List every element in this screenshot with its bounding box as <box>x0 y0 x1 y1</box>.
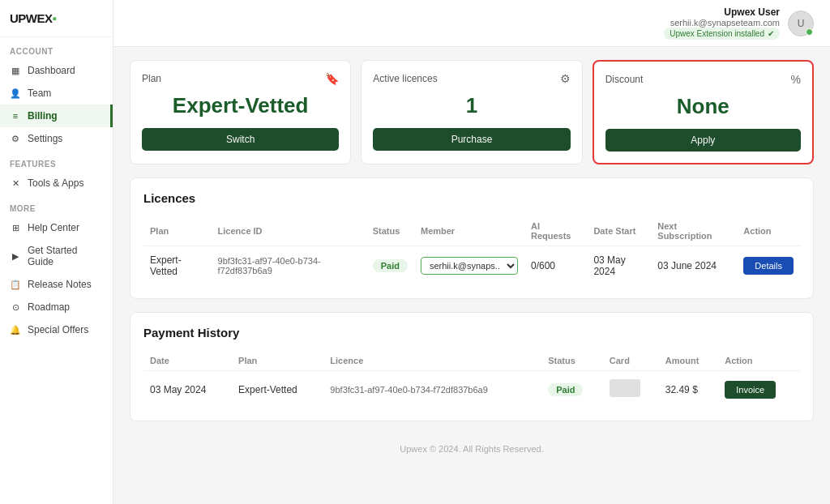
cell-member[interactable]: serhii.k@synaps... <box>414 246 524 286</box>
sidebar-item-help[interactable]: ⊞ Help Center <box>0 216 113 239</box>
ph-cell-action: Invoice <box>718 371 800 408</box>
user-info: Upwex User serhii.k@synapseteam.com <box>670 6 780 28</box>
gear-icon: ⚙ <box>560 72 571 85</box>
account-section-label: ACCOUNT <box>0 37 113 59</box>
licences-card-label: Active licences <box>373 73 437 84</box>
logo-text: UPWEX <box>10 11 53 25</box>
licences-value: 1 <box>373 93 570 118</box>
sidebar-item-settings[interactable]: ⚙ Settings <box>0 127 113 150</box>
ph-cell-licence: 9bf3fc31-af97-40e0-b734-f72df837b6a9 <box>323 371 541 408</box>
ph-col-plan: Plan <box>232 351 323 371</box>
card-placeholder <box>610 379 640 397</box>
col-next-subscription: Next Subscription <box>651 216 737 246</box>
sidebar-item-billing[interactable]: ≡ Billing <box>0 105 113 127</box>
user-name: Upwex User <box>670 6 780 18</box>
billing-icon: ≡ <box>10 110 21 122</box>
getstarted-icon: ▶ <box>10 250 21 262</box>
cell-plan: Expert-Vetted <box>143 246 212 286</box>
table-row: 03 May 2024 Expert-Vetted 9bf3fc31-af97-… <box>143 371 800 408</box>
licences-table: Plan Licence ID Status Member AI Request… <box>143 216 800 285</box>
plan-value: Expert-Vetted <box>142 93 339 118</box>
ph-col-action: Action <box>718 351 800 371</box>
licences-section: Licences Plan Licence ID Status Member A… <box>130 177 814 299</box>
ph-cell-plan: Expert-Vetted <box>232 371 323 408</box>
ph-cell-amount: 32.49 $ <box>659 371 718 408</box>
ph-col-status: Status <box>541 351 603 371</box>
invoice-button[interactable]: Invoice <box>725 381 776 399</box>
col-status: Status <box>366 216 414 246</box>
discount-value: None <box>605 94 801 119</box>
check-icon: ✔ <box>768 29 774 38</box>
sidebar: UPWEX▪ ACCOUNT ▦ Dashboard 👤 Team ≡ Bill… <box>0 0 113 504</box>
cell-licence-id: 9bf3fc31-af97-40e0-b734-f72df837b6a9 <box>212 246 366 286</box>
ph-col-card: Card <box>603 351 659 371</box>
status-badge: Paid <box>548 383 583 396</box>
sidebar-item-dashboard[interactable]: ▦ Dashboard <box>0 59 113 82</box>
releasenotes-icon: 📋 <box>10 279 21 290</box>
sidebar-item-team[interactable]: 👤 Team <box>0 82 113 105</box>
tools-icon: ✕ <box>10 177 21 189</box>
logo: UPWEX▪ <box>0 0 113 37</box>
ph-cell-date: 03 May 2024 <box>143 371 232 408</box>
plan-card-label: Plan <box>142 73 161 84</box>
footer: Upwex © 2024. All Rights Reserved. <box>130 434 814 457</box>
col-licence-id: Licence ID <box>212 216 366 246</box>
plan-card: Plan 🔖 Expert-Vetted Switch <box>130 60 351 164</box>
col-member: Member <box>414 216 524 246</box>
user-email: serhii.k@synapseteam.com <box>670 18 780 28</box>
col-action: Action <box>737 216 800 246</box>
avatar: U <box>788 11 814 36</box>
cell-date-start: 03 May 2024 <box>587 246 651 286</box>
col-plan: Plan <box>143 216 212 246</box>
features-section-label: FEATURES <box>0 150 113 172</box>
col-ai-requests: AI Requests <box>524 216 587 246</box>
switch-button[interactable]: Switch <box>142 128 339 151</box>
ph-col-date: Date <box>143 351 232 371</box>
cards-row: Plan 🔖 Expert-Vetted Switch Active licen… <box>130 60 814 164</box>
sidebar-item-specialoffers[interactable]: 🔔 Special Offers <box>0 318 113 341</box>
specialoffers-icon: 🔔 <box>10 324 21 335</box>
payment-history-section: Payment History Date Plan Licence Status… <box>130 312 814 421</box>
online-dot <box>806 28 813 36</box>
content: Plan 🔖 Expert-Vetted Switch Active licen… <box>113 47 830 504</box>
discount-card: Discount % None Apply <box>593 60 814 164</box>
cell-ai-requests: 0/600 <box>524 246 587 286</box>
sidebar-item-releasenotes[interactable]: 📋 Release Notes <box>0 273 113 296</box>
bookmark-icon: 🔖 <box>325 72 339 85</box>
licences-card: Active licences ⚙ 1 Purchase <box>361 60 582 164</box>
main-area: Upwex User serhii.k@synapseteam.com Upwe… <box>113 0 830 504</box>
cell-next-subscription: 03 June 2024 <box>651 246 737 286</box>
member-select[interactable]: serhii.k@synaps... <box>421 257 518 275</box>
sidebar-item-getstarted[interactable]: ▶ Get Started Guide <box>0 239 113 273</box>
table-row: Expert-Vetted 9bf3fc31-af97-40e0-b734-f7… <box>143 246 800 286</box>
percent-icon: % <box>791 73 801 86</box>
sidebar-item-roadmap[interactable]: ⊙ Roadmap <box>0 296 113 318</box>
logo-icon: ▪ <box>53 11 57 25</box>
ph-col-licence: Licence <box>323 351 541 371</box>
cell-action: Details <box>737 246 800 286</box>
sidebar-item-tools[interactable]: ✕ Tools & Apps <box>0 172 113 194</box>
dashboard-icon: ▦ <box>10 65 21 76</box>
extension-badge: Upwex Extension installed ✔ <box>664 28 780 40</box>
details-button[interactable]: Details <box>743 257 794 275</box>
roadmap-icon: ⊙ <box>10 301 21 313</box>
ph-cell-card <box>603 371 659 408</box>
purchase-button[interactable]: Purchase <box>373 128 570 151</box>
more-section-label: MORE <box>0 194 113 216</box>
topbar: Upwex User serhii.k@synapseteam.com Upwe… <box>113 0 830 47</box>
licences-title: Licences <box>143 191 800 205</box>
ph-col-amount: Amount <box>659 351 718 371</box>
col-date-start: Date Start <box>587 216 651 246</box>
help-icon: ⊞ <box>10 222 21 233</box>
ph-cell-status: Paid <box>541 371 603 408</box>
payment-title: Payment History <box>143 326 800 340</box>
settings-icon: ⚙ <box>10 133 21 144</box>
team-icon: 👤 <box>10 88 21 99</box>
cell-status: Paid <box>366 246 414 286</box>
status-badge: Paid <box>373 259 408 272</box>
extension-label: Upwex Extension installed <box>670 29 764 38</box>
apply-button[interactable]: Apply <box>605 129 801 152</box>
payment-table: Date Plan Licence Status Card Amount Act… <box>143 351 800 408</box>
discount-card-label: Discount <box>605 74 644 85</box>
